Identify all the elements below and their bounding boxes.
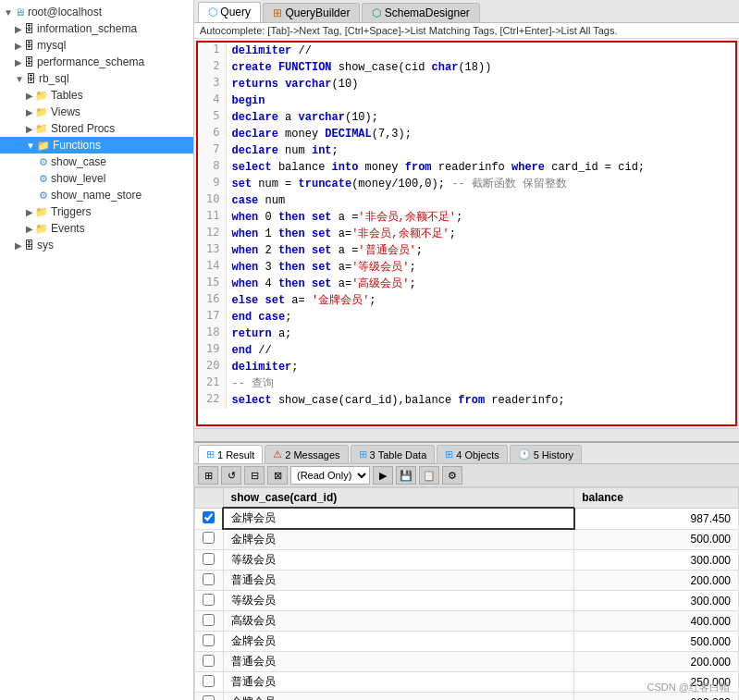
code-line[interactable]: delimiter // [226,43,735,59]
row-checkbox[interactable] [195,571,224,591]
sidebar-item-root[interactable]: ▼ 🖥 root@localhost [0,4,193,20]
table-row[interactable]: 高级会员400.000 [195,611,739,632]
code-row: 13when 2 then set a ='普通会员'; [198,242,735,259]
row-checkbox[interactable] [195,550,224,571]
result-tab-4-num: 4 [456,449,462,461]
folder-icon-events: 📁 [35,223,48,235]
code-line[interactable]: when 0 then set a ='非会员,余额不足'; [226,209,735,226]
sidebar-label-views: Views [51,105,80,118]
toolbar-btn-5[interactable]: ▶ [373,466,393,485]
toolbar-btn-2[interactable]: ↺ [221,466,241,485]
code-line[interactable]: returns varchar(10) [226,76,735,92]
sidebar-label-root: root@localhost [28,6,102,18]
result-toolbar: ⊞ ↺ ⊟ ⊠ (Read Only) ▶ 💾 📋 ⚙ [194,464,739,487]
code-line[interactable]: select balance into money from readerinf… [226,159,735,176]
code-line[interactable]: -- 查询 [226,375,735,392]
tab-schemadesigner-label: SchemaDesigner [385,6,470,19]
tab-query-label: Query [220,6,251,18]
sidebar-item-show-case[interactable]: ⚙ show_case [0,154,193,170]
expand-icon-procs: ▶ [26,124,33,134]
table-row[interactable]: 等级会员300.000 [195,591,739,611]
row-checkbox[interactable] [195,672,224,693]
sidebar-item-information-schema[interactable]: ▶ 🗄 information_schema [0,20,193,37]
result-tab-1[interactable]: ⊞ 1 Result [198,445,263,463]
toolbar-btn-8[interactable]: ⚙ [442,466,462,485]
tab-querybuilder[interactable]: ⊞ QueryBuilder [263,3,360,22]
code-line[interactable]: end case; [226,309,735,325]
code-row: 3returns varchar(10) [198,76,735,92]
sidebar-item-show-name-store[interactable]: ⚙ show_name_store [0,187,193,203]
result-tab-3[interactable]: ⊞ 3 Table Data [351,445,436,463]
cell-show-case: 等级会员 [223,591,574,611]
toolbar-btn-3[interactable]: ⊟ [244,466,265,485]
table-row[interactable]: 普通会员200.000 [195,652,739,672]
code-line[interactable]: create FUNCTION show_case(cid char(18)) [226,59,735,76]
tab-schemadesigner[interactable]: ⬡ SchemaDesigner [362,3,479,22]
row-checkbox[interactable] [195,508,224,529]
code-line[interactable]: else set a= '金牌会员'; [226,292,735,309]
result-tab-2[interactable]: ⚠ 2 Messages [265,445,348,463]
sidebar-item-mysql[interactable]: ▶ 🗄 mysql [0,37,193,54]
result-tabs: ⊞ 1 Result ⚠ 2 Messages ⊞ 3 Table Data ⊞… [194,443,739,464]
sidebar-item-performance-schema[interactable]: ▶ 🗄 performance_schema [0,54,193,70]
result-tab-4[interactable]: ⊞ 4 Objects [437,445,507,463]
db-icon-rbsql: 🗄 [26,73,36,84]
code-line[interactable]: declare num int; [226,142,735,159]
table-row[interactable]: 金牌会员500.000 [195,632,739,652]
sidebar-item-triggers[interactable]: ▶ 📁 Triggers [0,203,193,220]
cell-balance: 300.000 [574,550,739,571]
code-line[interactable]: end // [226,342,735,359]
row-checkbox[interactable] [195,652,224,672]
folder-icon-tables: 📁 [35,90,48,102]
func-icon-show-level: ⚙ [39,173,48,185]
sidebar-item-sys[interactable]: ▶ 🗄 sys [0,237,193,253]
code-line[interactable]: when 3 then set a='等级会员'; [226,259,735,276]
code-line[interactable]: when 1 then set a='非会员,余额不足'; [226,226,735,242]
sidebar-label-perf: performance_schema [37,55,144,68]
sidebar-item-views[interactable]: ▶ 📁 Views [0,104,193,120]
sidebar-item-functions[interactable]: ▼ 📁 Functions [0,137,193,154]
code-line[interactable]: declare money DECIMAL(7,3); [226,126,735,142]
code-line[interactable]: case num [226,192,735,209]
code-line[interactable]: delimiter; [226,359,735,375]
sidebar-item-tables[interactable]: ▶ 📁 Tables [0,87,193,104]
content-area: ⬡ Query ⊞ QueryBuilder ⬡ SchemaDesigner … [194,0,739,700]
sidebar-label-events: Events [51,222,85,235]
sidebar-item-stored-procs[interactable]: ▶ 📁 Stored Procs [0,120,193,137]
table-row[interactable]: 金牌会员987.450 [195,508,739,529]
code-line[interactable]: return a; [226,325,735,342]
toolbar-btn-7[interactable]: 📋 [419,466,439,485]
cell-show-case: 普通会员 [223,652,574,672]
readonly-select[interactable]: (Read Only) [290,466,370,485]
line-number: 17 [198,309,226,325]
sidebar-label-functions: Functions [53,139,101,152]
sidebar-item-show-level[interactable]: ⚙ show_level [0,170,193,187]
code-line[interactable]: when 2 then set a ='普通会员'; [226,242,735,259]
toolbar-btn-4[interactable]: ⊠ [267,466,288,485]
code-line[interactable]: when 4 then set a='高级会员'; [226,276,735,292]
result-tab-5-num: 5 [534,449,539,461]
row-checkbox[interactable] [195,611,224,632]
row-checkbox[interactable] [195,529,224,550]
code-line[interactable]: set num = truncate(money/100,0); -- 截断函数… [226,176,735,192]
sidebar-item-rbsql[interactable]: ▼ 🗄 rb_sql [0,70,193,87]
row-checkbox[interactable] [195,632,224,652]
table-row[interactable]: 等级会员300.000 [195,550,739,571]
code-editor[interactable]: 1delimiter //2create FUNCTION show_case(… [196,41,737,426]
toolbar-btn-6[interactable]: 💾 [396,466,416,485]
row-checkbox[interactable] [195,591,224,611]
row-checkbox[interactable] [195,693,224,701]
folder-icon-functions: 📁 [37,140,50,152]
code-line[interactable]: begin [226,92,735,109]
toolbar-btn-1[interactable]: ⊞ [198,466,218,485]
hscroll-bar[interactable] [194,428,739,441]
table-row[interactable]: 普通会员200.000 [195,571,739,591]
table-row[interactable]: 金牌会员500.000 [195,529,739,550]
code-line[interactable]: declare a varchar(10); [226,109,735,126]
sidebar-item-events[interactable]: ▶ 📁 Events [0,220,193,237]
tab-query[interactable]: ⬡ Query [198,2,261,22]
code-row: 20delimiter; [198,359,735,375]
result-tab-5[interactable]: 🕐 5 History [510,445,582,463]
code-row: 2create FUNCTION show_case(cid char(18)) [198,59,735,76]
code-line[interactable]: select show_case(card_id),balance from r… [226,392,735,409]
